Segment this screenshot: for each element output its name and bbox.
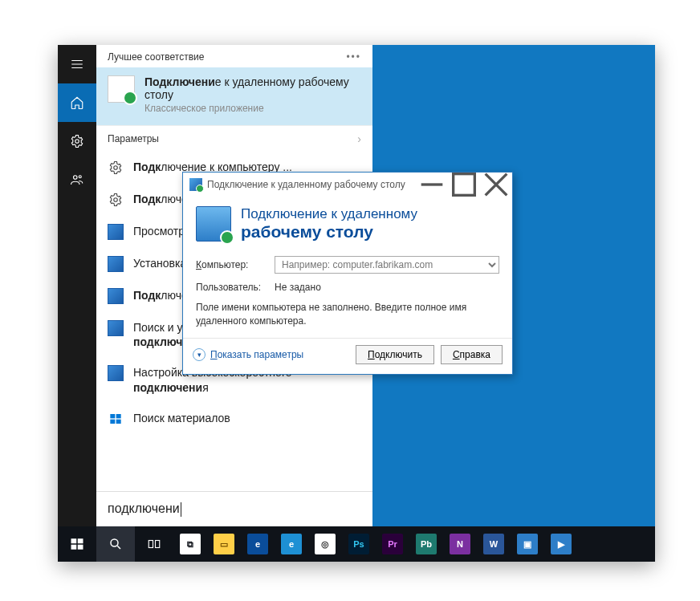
taskbar-app-chrome[interactable]: ◎ xyxy=(308,526,342,562)
rdp-big-icon xyxy=(196,206,231,242)
rdp-app-icon xyxy=(108,75,135,103)
minimize-button[interactable] xyxy=(416,173,448,197)
start-side-rail xyxy=(58,45,96,526)
taskbar-app-photoshop[interactable]: Ps xyxy=(342,526,376,562)
people-rail-button[interactable] xyxy=(58,160,96,199)
start-button[interactable] xyxy=(58,526,96,562)
net-icon xyxy=(108,256,124,272)
home-button[interactable] xyxy=(58,83,96,122)
taskbar-app-explorer[interactable]: ▭ xyxy=(207,526,241,562)
edge-icon: e xyxy=(247,534,268,554)
premiere-icon: Pr xyxy=(382,534,403,554)
svg-rect-7 xyxy=(110,419,115,423)
user-label: Пользователь: xyxy=(196,282,265,293)
settings-rail-button[interactable] xyxy=(58,122,96,160)
computer-combobox[interactable]: Например: computer.fabrikam.com xyxy=(275,256,499,274)
result-item-7[interactable]: Поиск материалов xyxy=(96,403,372,435)
svg-rect-9 xyxy=(454,174,475,196)
taskbar: ⧉▭ee◎PsPrPbNW▣▶ xyxy=(58,526,655,562)
rdp-titlebar[interactable]: Подключение к удаленному рабочему столу xyxy=(183,173,512,197)
svg-point-1 xyxy=(74,176,78,180)
rdp-head-line2: рабочему столу xyxy=(241,222,417,242)
computer-label: Компьютер: xyxy=(196,259,265,270)
taskbar-app-ie[interactable]: e xyxy=(275,526,308,562)
svg-point-14 xyxy=(111,539,118,546)
rdp-note: Поле имени компьютера не заполнено. Введ… xyxy=(196,301,499,328)
rdp-head-line1: Подключение к удаленному xyxy=(241,206,417,222)
search-button[interactable] xyxy=(96,526,135,562)
connect-button[interactable]: Подключить xyxy=(356,345,434,364)
taskbar-app-publisher[interactable]: Pb xyxy=(409,526,443,562)
svg-point-0 xyxy=(75,140,79,144)
taskbar-app-app1[interactable]: ▣ xyxy=(511,526,544,562)
ie-icon: e xyxy=(281,534,302,554)
svg-point-3 xyxy=(114,166,118,170)
taskbar-app-store[interactable]: ⧉ xyxy=(173,526,207,562)
net-icon xyxy=(108,224,124,240)
svg-rect-12 xyxy=(71,545,77,550)
svg-rect-10 xyxy=(71,538,77,543)
onenote-icon: N xyxy=(450,534,470,554)
win-icon xyxy=(108,411,124,427)
best-match-result[interactable]: Подключение к удаленному рабочему столу … xyxy=(96,67,372,125)
net-icon xyxy=(108,365,124,381)
svg-point-4 xyxy=(114,198,118,202)
result-item-label: Поиск материалов xyxy=(133,411,230,425)
svg-rect-11 xyxy=(78,538,83,543)
taskbar-app-edge[interactable]: e xyxy=(241,526,275,562)
taskbar-app-premiere[interactable]: Pr xyxy=(376,526,409,562)
rdp-title-icon xyxy=(189,178,202,191)
app1-icon: ▣ xyxy=(517,534,538,554)
svg-point-2 xyxy=(79,176,81,178)
task-view-button[interactable] xyxy=(135,526,173,562)
best-match-title: Подключение к удаленному рабочему столу xyxy=(144,75,361,101)
rdp-icon: ▶ xyxy=(551,534,572,554)
search-input[interactable]: подключени xyxy=(96,491,372,526)
taskbar-app-onenote[interactable]: N xyxy=(443,526,477,562)
svg-rect-6 xyxy=(116,414,121,418)
svg-rect-15 xyxy=(149,541,153,548)
rdp-title-text: Подключение к удаленному рабочему столу xyxy=(207,179,416,190)
best-match-label: Лучшее соответствие xyxy=(108,51,204,63)
taskbar-app-rdp[interactable]: ▶ xyxy=(544,526,578,562)
taskbar-app-word[interactable]: W xyxy=(477,526,511,562)
section-best-match-header: Лучшее соответствие ••• xyxy=(96,45,372,67)
settings-icon xyxy=(108,160,124,176)
svg-rect-8 xyxy=(116,419,121,423)
best-match-subtitle: Классическое приложение xyxy=(144,103,361,114)
net-icon xyxy=(108,288,124,304)
settings-icon xyxy=(108,192,124,208)
help-button[interactable]: Справка xyxy=(441,345,503,364)
chevron-right-icon: › xyxy=(357,132,361,145)
explorer-icon: ▭ xyxy=(214,534,234,554)
word-icon: W xyxy=(483,534,504,554)
photoshop-icon: Ps xyxy=(348,534,369,554)
chevron-down-icon: ▾ xyxy=(193,348,206,361)
rdp-dialog: Подключение к удаленному рабочему столу … xyxy=(182,172,513,375)
store-icon: ⧉ xyxy=(180,534,201,554)
svg-rect-5 xyxy=(110,414,115,418)
close-button[interactable] xyxy=(480,173,512,197)
net-icon xyxy=(108,320,124,336)
maximize-button[interactable] xyxy=(448,173,480,197)
svg-rect-13 xyxy=(78,545,83,550)
user-value: Не задано xyxy=(275,282,321,293)
chrome-icon: ◎ xyxy=(315,534,336,554)
publisher-icon: Pb xyxy=(416,534,437,554)
rdp-header: Подключение к удаленному рабочему столу xyxy=(183,197,512,248)
hamburger-button[interactable] xyxy=(58,45,96,83)
show-options-link[interactable]: ▾ Показать параметры xyxy=(193,348,303,361)
svg-rect-16 xyxy=(156,541,160,548)
more-icon[interactable]: ••• xyxy=(346,51,361,63)
section-settings-header[interactable]: Параметры › xyxy=(96,125,372,152)
